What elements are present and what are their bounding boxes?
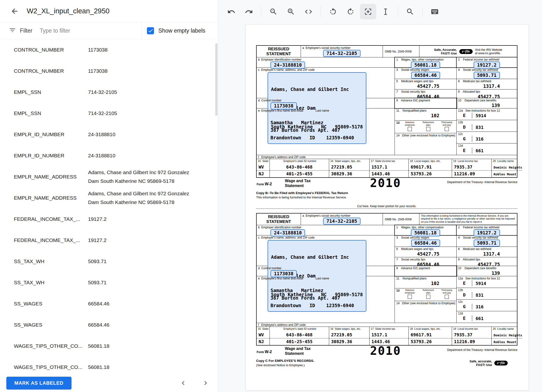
form-title-line1: Wage and Tax bbox=[285, 178, 311, 183]
filter-label: Filter bbox=[20, 27, 32, 34]
reissued-statement: REISSUED STATEMENT bbox=[257, 46, 301, 57]
previous-page-button[interactable] bbox=[178, 378, 188, 388]
efile-logo: e~file bbox=[494, 361, 508, 365]
keyboard-shortcuts-button[interactable] bbox=[426, 4, 443, 19]
label-list-item[interactable]: SS_WAGES 66584.46 bbox=[0, 293, 218, 314]
document-page: REISSUED STATEMENT a Employee's social s… bbox=[245, 24, 529, 391]
toolbar-divider bbox=[321, 6, 321, 17]
annotation-empl-ssn[interactable]: 714-32-2105 bbox=[323, 218, 361, 225]
label-name: CONTROL_NUMBER bbox=[14, 68, 88, 74]
employee-street: 387 Burton Fords Apt. 407 bbox=[271, 126, 395, 134]
label-list-item[interactable]: CONTROL_NUMBER 1173038 bbox=[0, 39, 218, 60]
label-list-item[interactable]: EMPLR_ID_NUMBER 24-3188810 bbox=[0, 145, 218, 166]
box-a: a Employee's social security number 714-… bbox=[301, 214, 383, 225]
label-value: 1173038 bbox=[88, 45, 196, 54]
rotate-left-button[interactable] bbox=[325, 4, 341, 19]
boxes-11-13-14: 11 Nonqualified plans 102 13 Statutory e… bbox=[395, 108, 457, 155]
label-list-item[interactable]: EMPL_SSN 714-32-2105 bbox=[0, 103, 218, 124]
box-12c-code: G bbox=[457, 304, 472, 310]
undo-button[interactable] bbox=[223, 4, 240, 19]
label-list-item[interactable]: CONTROL_NUMBER 1173038 bbox=[0, 60, 218, 81]
irs-website-line1: Visit the IRS Website bbox=[475, 48, 502, 52]
employee-name-address: Samantha Martinez 387 Burton Fords Apt. … bbox=[271, 119, 395, 142]
zoom-out-icon bbox=[269, 8, 278, 16]
box-10-label: 10 Dependent care benefits bbox=[457, 98, 517, 102]
box-13-checkboxes: Statutory employee Retirement plan Third… bbox=[400, 289, 456, 299]
employee-city-state-zip: Brandontown ID 12359-6940 bbox=[271, 302, 395, 309]
mark-as-labeled-button[interactable]: MARK AS LABELED bbox=[6, 377, 72, 390]
footer-efile-line1: Safe, accurate, bbox=[470, 359, 492, 363]
search-button[interactable] bbox=[402, 4, 418, 19]
box-10: 10 Dependent care benefits 139 bbox=[457, 98, 517, 108]
annotation-ss-tax-withheld[interactable]: 5093.71 bbox=[474, 72, 500, 79]
label-list-item[interactable]: FEDERAL_INCOME_TAX_... 19127.2 bbox=[0, 230, 218, 251]
label-value: 66584.46 bbox=[88, 321, 196, 329]
label-list-item[interactable]: EMPLR_NAME_ADDRESS Adams, Chase and Gilb… bbox=[0, 166, 218, 187]
annotation-ss-tax-withheld[interactable]: 5093.71 bbox=[474, 240, 500, 247]
statutory-employee-checkbox bbox=[408, 295, 412, 299]
efile-slogan: Safe, Accurate, FAST! Use bbox=[434, 48, 457, 55]
w2-footer: Form W-2 Wage and Tax Statement 2010 Dep… bbox=[256, 178, 517, 199]
annotation-wages-tips[interactable]: 56081.18 bbox=[411, 62, 440, 69]
annotation-federal-income-tax[interactable]: 19127.2 bbox=[474, 229, 500, 236]
box-11-label: 11 Nonqualified plans bbox=[395, 276, 456, 280]
tax-year: 2010 bbox=[370, 176, 401, 190]
state-row1-id: 643-86-468 bbox=[270, 332, 329, 339]
efile-slogan-line1: Safe, Accurate, bbox=[434, 48, 457, 52]
box-e: e Employee's first name and initial Last… bbox=[257, 276, 395, 323]
annotation-ss-wages[interactable]: 66584.46 bbox=[411, 72, 440, 79]
rotate-right-button[interactable] bbox=[342, 4, 359, 19]
box-12b-label: 12b bbox=[457, 288, 517, 292]
fit-code-button[interactable] bbox=[300, 4, 317, 19]
zoom-in-button[interactable] bbox=[283, 4, 299, 19]
label-value: 56081.18 bbox=[88, 342, 196, 350]
zoom-out-button[interactable] bbox=[265, 4, 282, 19]
label-list-item[interactable]: FEDERAL_INCOME_TAX_... 19127.2 bbox=[0, 208, 218, 230]
redo-icon bbox=[245, 8, 253, 16]
box-f-label: f Employee's address and ZIP code bbox=[257, 323, 517, 327]
text-select-button[interactable] bbox=[377, 4, 394, 19]
filter-input[interactable] bbox=[40, 27, 141, 34]
box-12a-value: 5914 bbox=[472, 281, 486, 286]
box-1: 1 Wages, tips, other compensation 56081.… bbox=[395, 57, 457, 67]
box-6: 6 Medicare tax withheld 1317.4 bbox=[457, 247, 517, 257]
scrollbar-thumb[interactable] bbox=[215, 43, 217, 116]
label-list-item[interactable]: EMPLR_ID_NUMBER 24-3188810 bbox=[0, 124, 218, 145]
annotation-federal-income-tax[interactable]: 19127.2 bbox=[474, 62, 500, 69]
employer-name: Adams, Chase and Gilbert Inc bbox=[271, 254, 363, 260]
redo-button[interactable] bbox=[241, 4, 257, 19]
label-list-item[interactable]: SS_WAGES 66584.46 bbox=[0, 314, 218, 335]
employer-name: Adams, Chase and Gilbert Inc bbox=[271, 86, 363, 93]
next-page-button[interactable] bbox=[200, 378, 211, 388]
box-12a-code: E bbox=[457, 280, 472, 286]
label-list-item[interactable]: SS_TAX_WH 5093.71 bbox=[0, 251, 218, 272]
annotation-empl-ssn[interactable]: 714-32-2105 bbox=[323, 50, 361, 57]
label-list-item[interactable]: EMPLR_NAME_ADDRESS Adams, Chase and Gilb… bbox=[0, 187, 218, 208]
box-12c-label: 12c bbox=[457, 300, 517, 303]
box-c: c Employer's name, address, and ZIP code… bbox=[257, 235, 395, 266]
add-annotation-button[interactable] bbox=[360, 4, 376, 19]
label-list-item[interactable]: EMPL_SSN 714-32-2105 bbox=[0, 81, 218, 103]
label-value: 5093.71 bbox=[88, 278, 196, 287]
reissued-line2: STATEMENT bbox=[266, 52, 291, 56]
box-d-label: d Control number bbox=[257, 266, 395, 270]
chevron-right-icon bbox=[201, 379, 210, 387]
box-5-value: 45427.75 bbox=[395, 83, 456, 89]
label-list-item[interactable]: WAGES_TIPS_OTHER_CO... 56081.18 bbox=[0, 335, 218, 356]
box-14: 14 Other (see enclosed Notice to Employe… bbox=[395, 133, 456, 155]
label-name: EMPLR_ID_NUMBER bbox=[14, 132, 88, 137]
label-value: 1173038 bbox=[88, 67, 196, 75]
label-value: 66584.46 bbox=[88, 299, 196, 308]
form-title-line2: Statement bbox=[285, 351, 311, 356]
box-3: 3 Social security wages 66584.46 bbox=[395, 68, 457, 79]
back-button[interactable] bbox=[9, 5, 20, 17]
show-empty-labels-checkbox[interactable] bbox=[147, 27, 154, 34]
label-value: 5093.71 bbox=[88, 257, 196, 266]
employee-name: Samantha Martinez bbox=[271, 119, 395, 126]
third-party-sick-pay-label: Third-party sick pay bbox=[439, 289, 454, 294]
col-15-state-header: 15 State bbox=[257, 327, 270, 332]
annotation-wages-tips[interactable]: 56081.18 bbox=[411, 229, 440, 236]
label-list-item[interactable]: SS_TAX_WH 5093.71 bbox=[0, 272, 218, 293]
annotation-ss-wages[interactable]: 66584.46 bbox=[411, 240, 440, 247]
footer-efile: Safe, accurate, FAST! Use e~file bbox=[470, 359, 508, 367]
